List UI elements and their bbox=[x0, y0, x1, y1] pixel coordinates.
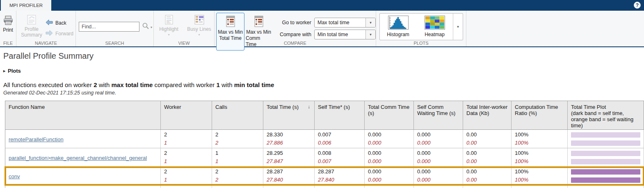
comparison-value: 1 bbox=[164, 139, 208, 147]
function-name-cell: conv bbox=[5, 167, 161, 185]
comparison-value: 1 bbox=[215, 157, 260, 166]
total-time-cell: 28.29527.847 bbox=[263, 148, 315, 166]
primary-value: 0.000 bbox=[368, 168, 410, 176]
compare-section-label: COMPARE bbox=[215, 41, 376, 46]
primary-value: 0.000 bbox=[417, 131, 459, 139]
section-search: ▾ SEARCH bbox=[76, 11, 154, 46]
comparison-value: 27.847 bbox=[267, 157, 311, 166]
self-comm-waiting-cell: 0.0000.000 bbox=[414, 148, 463, 166]
highlight-label: Highlight bbox=[159, 26, 178, 32]
main-content: Parallel Profile Summary ▸ Plots All fun… bbox=[0, 47, 644, 188]
function-link[interactable]: conv bbox=[9, 173, 20, 179]
total-time-bar bbox=[571, 151, 640, 156]
column-header-function-name[interactable]: Function Name bbox=[5, 101, 161, 129]
heatmap-label: Heatmap bbox=[425, 32, 445, 37]
expander-triangle-icon: ▸ bbox=[3, 69, 5, 73]
help-icon[interactable]: ? bbox=[634, 2, 641, 9]
comparison-value: 0.000 bbox=[368, 157, 410, 166]
worker-cell: 21 bbox=[161, 167, 212, 185]
calls-cell: 22 bbox=[212, 130, 263, 148]
self-comm-waiting-cell: 0.0000.000 bbox=[414, 167, 463, 185]
forward-button[interactable]: Forward bbox=[45, 30, 73, 37]
primary-value: 0.000 bbox=[417, 168, 459, 176]
comparison-table-icon bbox=[253, 15, 264, 29]
self-time-cell: 0.0080.007 bbox=[315, 148, 365, 166]
primary-value: 2 bbox=[215, 168, 260, 176]
comparison-value: 2 bbox=[215, 176, 260, 184]
file-section-label: FILE bbox=[0, 41, 16, 46]
column-header-computation-ratio[interactable]: Computation Time Ratio (%) bbox=[512, 101, 568, 129]
plots-expander[interactable]: ▸ Plots bbox=[3, 68, 644, 74]
print-button[interactable]: Print bbox=[0, 11, 16, 33]
comparison-value: 100% bbox=[515, 176, 564, 184]
busy-lines-label: Busy Lines bbox=[187, 26, 211, 32]
column-header-self-comm-waiting[interactable]: Self Comm Waiting Time (s) bbox=[414, 101, 463, 129]
section-view: Highlight ▾ Busy Lines bbox=[154, 11, 215, 46]
dropdown-caret-icon[interactable]: ▾ bbox=[365, 18, 375, 27]
ratio-cell: 100%100% bbox=[512, 167, 568, 185]
column-header-total-time[interactable]: Total Time (s) ↓ bbox=[263, 101, 315, 129]
highlight-button[interactable]: Highlight ▾ bbox=[156, 14, 182, 37]
total-time-cell: 28.33027.886 bbox=[263, 130, 315, 148]
back-arrow-icon bbox=[45, 19, 53, 27]
total-time-bar bbox=[571, 159, 640, 164]
plots-section-label: PLOTS bbox=[376, 41, 466, 46]
tab-mpi-profiler[interactable]: MPI PROFILER bbox=[1, 0, 51, 11]
worker-cell: 21 bbox=[161, 148, 212, 166]
comparison-value: 0.006 bbox=[318, 139, 361, 147]
search-icon[interactable] bbox=[142, 22, 149, 31]
page-title: Parallel Profile Summary bbox=[3, 51, 644, 61]
summary-text: compared with worker bbox=[153, 81, 216, 88]
section-plots: Histogram bbox=[376, 11, 466, 46]
back-button[interactable]: Back bbox=[45, 19, 73, 27]
primary-value: 100% bbox=[515, 149, 564, 157]
primary-value: 0.00 bbox=[466, 131, 508, 139]
function-name-cell: parallel_function>make_general_channel/c… bbox=[5, 148, 161, 166]
generated-timestamp: Generated 02-Dec-2021 17:15:25 using rea… bbox=[3, 90, 644, 96]
primary-value: 0.000 bbox=[368, 149, 410, 157]
column-header-self-time[interactable]: Self Time* (s) bbox=[315, 101, 365, 129]
summary-text: All functions executed on worker bbox=[3, 81, 94, 88]
profile-summary-icon bbox=[26, 14, 37, 26]
comparison-value: 0.00 bbox=[466, 139, 508, 147]
compare-with-value: Min total time bbox=[315, 30, 365, 39]
heatmap-button[interactable]: Heatmap bbox=[416, 14, 453, 40]
comparison-value: 0.007 bbox=[318, 157, 361, 166]
table-row: parallel_function>make_general_channel/c… bbox=[5, 148, 644, 167]
interworker-data-cell: 0.000.00 bbox=[463, 130, 512, 148]
summary-max-criterion: max total time bbox=[111, 81, 153, 88]
total-comm-cell: 0.0000.000 bbox=[365, 130, 414, 148]
histogram-button[interactable]: Histogram bbox=[380, 14, 416, 40]
tab-strip: MPI PROFILER ? bbox=[0, 0, 644, 11]
primary-value: 2 bbox=[164, 149, 208, 157]
function-link[interactable]: remoteParallelFunction bbox=[9, 136, 64, 143]
total-time-bar bbox=[571, 132, 640, 138]
summary-text: with bbox=[97, 81, 111, 88]
profile-summary-button[interactable]: Profile Summary bbox=[19, 14, 44, 38]
comparison-value: 0.00 bbox=[466, 176, 508, 184]
column-header-total-comm-time[interactable]: Total Comm Time (s) bbox=[365, 101, 414, 129]
back-label: Back bbox=[55, 20, 66, 26]
search-options-caret-icon[interactable]: ▾ bbox=[151, 26, 152, 29]
go-to-worker-dropdown[interactable]: Max total time ▾ bbox=[314, 18, 376, 28]
summary-line: All functions executed on worker 2 with … bbox=[3, 81, 644, 88]
total-time-bar bbox=[571, 140, 640, 146]
total-time-bar bbox=[571, 169, 640, 175]
find-input[interactable] bbox=[79, 22, 139, 32]
busy-lines-button[interactable]: Busy Lines ▾ bbox=[187, 14, 212, 37]
function-link[interactable]: parallel_function>make_general_channel/c… bbox=[9, 155, 147, 161]
primary-value: 2 bbox=[164, 168, 208, 176]
gallery-expand-caret-icon[interactable]: ▾ bbox=[453, 14, 463, 40]
primary-value: 0.008 bbox=[318, 149, 361, 157]
column-header-worker[interactable]: Worker bbox=[161, 101, 212, 129]
primary-value: 1 bbox=[215, 149, 260, 157]
self-time-cell: 0.0070.006 bbox=[315, 130, 365, 148]
compare-with-dropdown[interactable]: Min total time ▾ bbox=[314, 30, 376, 39]
dropdown-caret-icon[interactable]: ▾ bbox=[365, 30, 375, 39]
ratio-cell: 100%100% bbox=[512, 148, 568, 166]
comparison-value: 2 bbox=[215, 139, 260, 147]
comparison-value: 1 bbox=[164, 176, 208, 184]
column-header-total-time-plot[interactable]: Total Time Plot (dark band = self time, … bbox=[568, 101, 644, 129]
column-header-calls[interactable]: Calls bbox=[212, 101, 263, 129]
column-header-interworker-data[interactable]: Total Inter-worker Data (Kb) bbox=[463, 101, 512, 129]
